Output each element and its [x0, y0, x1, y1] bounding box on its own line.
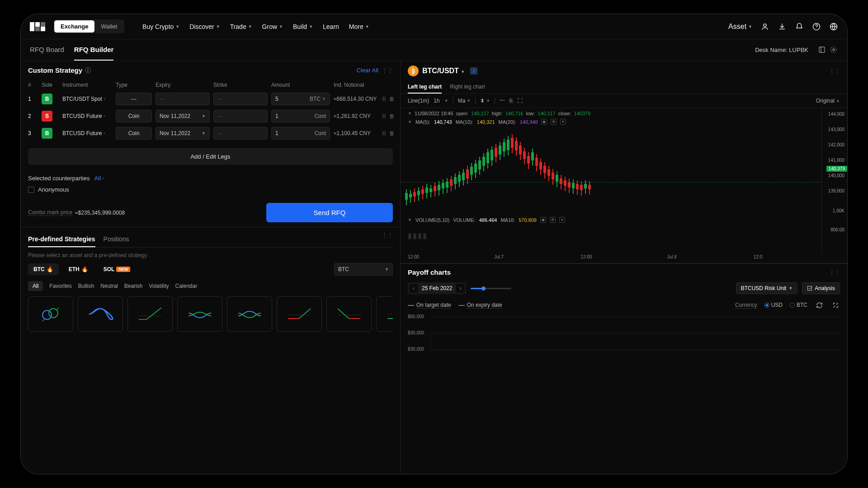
type-select[interactable]: --- — [116, 93, 152, 105]
asset-select[interactable]: BTC▼ — [334, 263, 393, 276]
date-slider[interactable] — [471, 288, 511, 289]
expiry-select[interactable]: -- — [156, 93, 210, 105]
panel-drag-icon[interactable]: ⋮⋮ — [382, 67, 393, 74]
filter-calendar[interactable]: Calendar — [175, 281, 197, 291]
tab-predefined[interactable]: Pre-defined Strategies — [28, 232, 95, 247]
instrument-cell[interactable]: BTCUSD Future › — [62, 113, 112, 119]
nav-discover[interactable]: Discover▼ — [189, 23, 220, 30]
date-prev-button[interactable]: ‹ — [409, 284, 418, 293]
add-edit-legs-button[interactable]: Add / Edit Legs — [28, 148, 393, 165]
bell-icon[interactable] — [795, 22, 804, 31]
strategy-card[interactable] — [326, 296, 372, 332]
filter-all[interactable]: All — [28, 281, 43, 291]
strike-input[interactable]: -- — [213, 93, 268, 105]
nav-trade[interactable]: Trade▼ — [230, 23, 252, 30]
delete-leg-icon[interactable]: 🗑 — [389, 113, 395, 119]
mode-exchange[interactable]: Exchange — [54, 20, 94, 33]
currency-usd-radio[interactable]: USD — [764, 302, 783, 308]
mode-wallet[interactable]: Wallet — [94, 20, 123, 33]
payoff-chart[interactable]: $60,000 $30,000 $30,000 — [408, 314, 840, 355]
amount-input[interactable]: 5BTC ▼ — [271, 93, 330, 105]
strategy-card[interactable] — [177, 296, 222, 332]
delete-leg-icon[interactable]: 🗑 — [389, 96, 395, 102]
snapshot-icon[interactable]: ⎘ — [509, 98, 513, 104]
close-icon[interactable]: ✕ — [560, 119, 566, 125]
candle-type-icon[interactable]: ⬍ ▼ — [480, 98, 490, 104]
expiry-select[interactable]: Nov 11,2022▼ — [156, 110, 210, 122]
user-icon[interactable] — [760, 22, 769, 31]
nav-learn[interactable]: Learn — [323, 23, 339, 30]
indicator-ma[interactable]: Ma ▼ — [458, 98, 471, 104]
nav-build[interactable]: Build▼ — [293, 23, 313, 30]
tab-positions[interactable]: Positions — [104, 232, 129, 247]
tab-right-leg[interactable]: Right leg chart — [450, 81, 485, 94]
analysis-button[interactable]: Analysis — [802, 282, 840, 294]
amount-input[interactable]: 1Cont — [271, 110, 330, 122]
tab-left-leg[interactable]: Left leg chart — [408, 81, 442, 94]
pair-name[interactable]: BTC/USDT ▼ — [422, 67, 465, 75]
strategy-card[interactable] — [227, 296, 272, 332]
timeframe-line[interactable]: Line(1m) — [408, 98, 429, 104]
side-badge[interactable]: B — [42, 94, 52, 104]
anonymous-checkbox[interactable]: Anonymous — [28, 186, 393, 193]
layout-icon[interactable] — [818, 46, 826, 54]
nav-more[interactable]: More▼ — [349, 23, 369, 30]
filter-bearish[interactable]: Bearish — [124, 281, 143, 291]
globe-icon[interactable] — [829, 22, 838, 31]
side-badge[interactable]: S — [42, 111, 52, 122]
original-toggle[interactable]: Original ▼ — [816, 98, 840, 104]
counterparties-all-link[interactable]: All › — [94, 175, 104, 182]
strategy-card[interactable] — [277, 296, 322, 332]
price-chart[interactable]: ▼ 11/08/2022 18:45 open:140,117 high:140… — [401, 108, 847, 253]
close-icon[interactable]: ✕ — [559, 217, 565, 223]
tab-rfq-builder[interactable]: RFQ Builder — [74, 39, 114, 61]
panel-drag-icon[interactable]: ⋮⋮ — [382, 232, 393, 247]
date-next-button[interactable]: › — [456, 284, 465, 293]
currency-btc-radio[interactable]: BTC — [790, 302, 807, 308]
panel-drag-icon[interactable]: ⋮⋮ — [829, 269, 840, 276]
delete-leg-icon[interactable]: 🗑 — [389, 130, 395, 136]
timeframe-dropdown[interactable]: ▼ — [444, 99, 448, 103]
timeframe-1h[interactable]: 1h — [434, 98, 439, 104]
risk-unit-select[interactable]: BTCUSD Risk Unit▼ — [736, 282, 798, 294]
panel-drag-icon[interactable]: ⋮⋮ — [829, 68, 840, 74]
amount-input[interactable]: 1Cont — [271, 127, 330, 140]
expiry-select[interactable]: Nov 11,2022▼ — [156, 127, 210, 140]
copy-leg-icon[interactable]: ⎘ — [382, 96, 386, 102]
strategy-card[interactable] — [376, 296, 393, 332]
filter-bullish[interactable]: Bullish — [78, 281, 94, 291]
strike-input[interactable]: -- — [213, 110, 268, 122]
gear-icon[interactable] — [830, 46, 838, 54]
refresh-icon[interactable] — [815, 300, 824, 310]
draw-icon[interactable]: 〰 — [500, 98, 505, 104]
filter-favorites[interactable]: Favorites — [49, 281, 71, 291]
gear-icon[interactable]: ⚙ — [550, 217, 556, 223]
type-select[interactable]: Coin — [116, 110, 152, 122]
nav-buy-crypto[interactable]: Buy Crypto▼ — [142, 23, 179, 30]
send-rfq-button[interactable]: Send RFQ — [266, 203, 393, 222]
strategy-card[interactable] — [78, 296, 123, 332]
strategy-card[interactable] — [28, 296, 73, 332]
side-badge[interactable]: B — [42, 128, 52, 139]
copy-leg-icon[interactable]: ⎘ — [382, 130, 386, 136]
gear-icon[interactable]: ⚙ — [551, 119, 557, 125]
filter-volatility[interactable]: Volatility — [149, 281, 169, 291]
strategy-card[interactable] — [127, 296, 173, 332]
nav-grow[interactable]: Grow▼ — [262, 23, 283, 30]
asset-btc[interactable]: BTC🔥 — [28, 263, 59, 275]
help-icon[interactable] — [812, 22, 821, 31]
eye-icon[interactable]: ◉ — [541, 119, 547, 125]
asset-sol[interactable]: SOLNEW — [98, 263, 136, 275]
info-icon[interactable]: i — [85, 67, 91, 73]
strike-input[interactable]: -- — [213, 127, 268, 140]
asset-eth[interactable]: ETH🔥 — [63, 263, 94, 275]
tab-rfq-board[interactable]: RFQ Board — [30, 39, 64, 61]
type-select[interactable]: Coin — [116, 127, 152, 140]
eye-icon[interactable]: ◉ — [540, 217, 546, 223]
clear-all-button[interactable]: Clear All — [357, 67, 378, 74]
download-icon[interactable] — [778, 22, 787, 31]
filter-neutral[interactable]: Neutral — [100, 281, 118, 291]
instrument-cell[interactable]: BTCUSD Future › — [62, 130, 112, 136]
expand-icon[interactable] — [831, 300, 840, 310]
instrument-cell[interactable]: BTC/USDT Spot › — [62, 96, 112, 102]
